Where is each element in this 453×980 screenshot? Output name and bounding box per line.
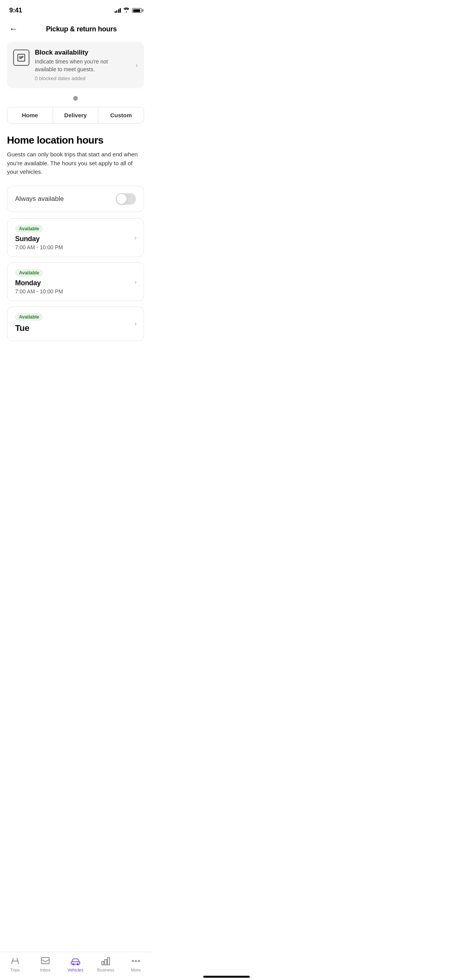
status-icons bbox=[115, 7, 142, 14]
sunday-name: Sunday bbox=[15, 235, 136, 243]
block-desc: Indicate times when you're not available… bbox=[35, 58, 130, 73]
tuesday-name: Tue bbox=[15, 323, 136, 333]
toggle-label: Always available bbox=[15, 195, 64, 203]
block-text: Block availability Indicate times when y… bbox=[35, 49, 130, 81]
sunday-hours: 7:00 AM - 10:00 PM bbox=[15, 244, 136, 250]
page-title: Pickup & return hours bbox=[19, 25, 143, 33]
tab-custom[interactable]: Custom bbox=[98, 107, 144, 123]
tuesday-chevron-icon: › bbox=[134, 320, 137, 328]
block-count: 0 blocked dates added bbox=[35, 75, 130, 81]
monday-hours: 7:00 AM - 10:00 PM bbox=[15, 288, 136, 295]
block-icon bbox=[13, 50, 29, 66]
back-button[interactable]: ← bbox=[8, 22, 19, 36]
carousel-dot bbox=[73, 96, 78, 101]
sunday-card[interactable]: Available Sunday 7:00 AM - 10:00 PM › bbox=[7, 218, 144, 257]
monday-status-badge: Available bbox=[15, 269, 43, 277]
main-content: Block availability Indicate times when y… bbox=[0, 42, 151, 385]
status-time: 9:41 bbox=[9, 7, 22, 14]
block-chevron-icon: › bbox=[136, 61, 138, 69]
status-bar: 9:41 bbox=[0, 0, 151, 19]
always-available-row: Always available bbox=[7, 186, 144, 212]
tuesday-status-badge: Available bbox=[15, 313, 43, 321]
block-availability-card[interactable]: Block availability Indicate times when y… bbox=[7, 42, 144, 88]
tab-delivery[interactable]: Delivery bbox=[53, 107, 99, 123]
section-description: Guests can only book trips that start an… bbox=[7, 150, 144, 176]
sunday-chevron-icon: › bbox=[134, 233, 137, 242]
svg-line-1 bbox=[19, 58, 21, 59]
block-title: Block availability bbox=[35, 49, 130, 57]
toggle-thumb bbox=[117, 194, 127, 204]
header: ← Pickup & return hours bbox=[0, 19, 151, 42]
monday-card[interactable]: Available Monday 7:00 AM - 10:00 PM › bbox=[7, 262, 144, 301]
signal-icon bbox=[115, 8, 121, 13]
sunday-status-badge: Available bbox=[15, 225, 43, 233]
always-available-toggle[interactable] bbox=[116, 193, 136, 205]
tabs: Home Delivery Custom bbox=[7, 107, 144, 123]
monday-chevron-icon: › bbox=[134, 278, 137, 286]
tuesday-card[interactable]: Available Tue › bbox=[7, 307, 144, 341]
wifi-icon bbox=[123, 7, 130, 14]
tab-home[interactable]: Home bbox=[7, 107, 53, 123]
section-title: Home location hours bbox=[7, 134, 144, 146]
battery-icon bbox=[132, 8, 142, 13]
monday-name: Monday bbox=[15, 279, 136, 287]
svg-rect-0 bbox=[18, 54, 25, 61]
